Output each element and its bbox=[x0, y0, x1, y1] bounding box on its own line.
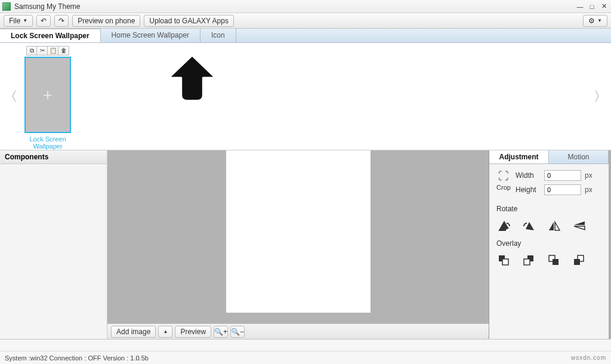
lower-area: Components Add image ▲ Preview 🔍+ 🔍− bbox=[0, 150, 611, 339]
send-back-button[interactable] bbox=[572, 254, 587, 267]
rotate-cw-icon bbox=[497, 220, 511, 232]
height-label: Height bbox=[516, 186, 541, 194]
zoom-in-button[interactable]: 🔍+ bbox=[214, 326, 228, 338]
plus-icon: ＋ bbox=[40, 84, 55, 105]
tab-home-screen[interactable]: Home Screen Wallpaper bbox=[101, 29, 200, 42]
preview-button[interactable]: Preview bbox=[175, 326, 211, 338]
chevron-left-icon: 〈 bbox=[4, 89, 17, 104]
bring-forward-button[interactable] bbox=[521, 254, 537, 267]
chevron-down-icon: ▼ bbox=[23, 18, 27, 23]
rotate-ccw-icon bbox=[522, 220, 536, 232]
close-button[interactable]: ✕ bbox=[599, 2, 609, 11]
delete-button[interactable]: 🗑 bbox=[58, 46, 69, 55]
file-menu-button[interactable]: File ▼ bbox=[4, 15, 33, 27]
components-header: Components bbox=[0, 150, 107, 164]
flip-vertical-button[interactable] bbox=[572, 219, 587, 232]
adjustment-tabs: Adjustment Motion bbox=[489, 150, 609, 164]
width-label: Width bbox=[516, 171, 541, 180]
redo-button[interactable]: ↷ bbox=[54, 15, 69, 27]
zoom-in-icon: 🔍+ bbox=[214, 328, 227, 336]
preview-label: Preview bbox=[180, 328, 206, 336]
tab-motion[interactable]: Motion bbox=[549, 150, 609, 164]
window-title: Samsung My Theme bbox=[14, 2, 575, 11]
gallery-prev-button[interactable]: 〈 bbox=[4, 88, 18, 106]
flip-horizontal-button[interactable] bbox=[547, 219, 562, 232]
canvas-panel: Add image ▲ Preview 🔍+ 🔍− bbox=[107, 150, 489, 339]
width-input[interactable] bbox=[544, 170, 581, 181]
width-unit: px bbox=[585, 171, 593, 180]
titlebar: Samsung My Theme — □ ✕ bbox=[0, 0, 611, 13]
add-image-label: Add image bbox=[116, 328, 150, 336]
canvas[interactable] bbox=[226, 150, 371, 313]
adjustment-panel: Adjustment Motion ⛶ Crop Width px Height bbox=[489, 150, 611, 339]
height-input[interactable] bbox=[544, 184, 581, 195]
send-backward-icon bbox=[548, 254, 561, 266]
crop-label: Crop bbox=[496, 184, 511, 191]
main-toolbar: File ▼ ↶ ↷ Preview on phone Upload to GA… bbox=[0, 13, 611, 29]
chevron-down-icon: ▼ bbox=[597, 18, 602, 23]
chevron-right-icon: 〉 bbox=[594, 89, 607, 104]
height-unit: px bbox=[585, 186, 593, 194]
upload-galaxy-label: Upload to GALAXY Apps bbox=[149, 17, 229, 25]
chevron-up-icon: ▲ bbox=[163, 329, 168, 334]
send-back-icon bbox=[573, 254, 586, 266]
app-icon bbox=[2, 2, 11, 11]
flip-h-icon bbox=[547, 220, 561, 232]
arrow-up-icon bbox=[167, 54, 217, 104]
flip-v-icon bbox=[572, 220, 587, 232]
tab-adjustment[interactable]: Adjustment bbox=[489, 150, 549, 164]
overlay-label: Overlay bbox=[496, 239, 601, 248]
rotate-right-button[interactable] bbox=[496, 219, 512, 232]
canvas-toolbar: Add image ▲ Preview 🔍+ 🔍− bbox=[107, 323, 489, 339]
watermark: wsxdn.com bbox=[571, 354, 606, 361]
clipboard-icon: 📋 bbox=[50, 47, 57, 54]
crop-icon: ⛶ bbox=[496, 170, 511, 183]
upload-galaxy-button[interactable]: Upload to GALAXY Apps bbox=[144, 15, 234, 27]
copy-icon: ⧉ bbox=[30, 47, 34, 54]
bring-front-icon bbox=[498, 254, 511, 266]
undo-icon: ↶ bbox=[41, 17, 47, 25]
thumbnail-label: Lock Screen Wallpaper bbox=[18, 135, 78, 150]
components-panel: Components bbox=[0, 150, 107, 339]
canvas-area bbox=[107, 150, 489, 323]
gallery-inner: ⧉ ✂ 📋 🗑 ＋ Lock Screen Wallpaper bbox=[18, 44, 593, 150]
svg-rect-3 bbox=[524, 259, 530, 265]
gallery: 〈 ⧉ ✂ 📋 🗑 ＋ Lock Screen Wallpaper 〉 bbox=[0, 43, 611, 150]
undo-button[interactable]: ↶ bbox=[36, 15, 51, 27]
file-menu-label: File bbox=[9, 17, 20, 25]
bring-forward-icon bbox=[523, 254, 536, 266]
tab-lock-screen[interactable]: Lock Screen Wallpaper bbox=[0, 29, 101, 42]
settings-button[interactable]: ⚙ ▼ bbox=[583, 15, 607, 27]
paste-button[interactable]: 📋 bbox=[48, 46, 58, 55]
add-image-dropdown[interactable]: ▲ bbox=[158, 326, 172, 338]
tab-icon[interactable]: Icon bbox=[200, 29, 236, 42]
rotate-left-button[interactable] bbox=[521, 219, 537, 232]
gear-icon: ⚙ bbox=[588, 17, 595, 25]
preview-phone-button[interactable]: Preview on phone bbox=[72, 15, 140, 27]
wallpaper-thumbnail[interactable]: ＋ bbox=[24, 57, 71, 133]
svg-rect-1 bbox=[502, 259, 508, 265]
copy-button[interactable]: ⧉ bbox=[26, 46, 37, 55]
status-text: System :win32 Connection : OFF Version :… bbox=[5, 354, 149, 362]
bring-front-button[interactable] bbox=[496, 254, 512, 267]
send-backward-button[interactable] bbox=[547, 254, 562, 267]
svg-rect-7 bbox=[574, 259, 580, 265]
rotate-label: Rotate bbox=[496, 205, 601, 213]
gallery-item: ⧉ ✂ 📋 🗑 ＋ Lock Screen Wallpaper bbox=[18, 46, 78, 150]
statusbar: System :win32 Connection : OFF Version :… bbox=[0, 339, 611, 364]
add-image-button[interactable]: Add image bbox=[111, 326, 156, 338]
gallery-next-button[interactable]: 〉 bbox=[593, 88, 607, 106]
zoom-out-button[interactable]: 🔍− bbox=[230, 326, 245, 338]
svg-rect-5 bbox=[553, 259, 558, 265]
maximize-button[interactable]: □ bbox=[587, 2, 597, 11]
preview-phone-label: Preview on phone bbox=[78, 17, 135, 25]
redo-icon: ↷ bbox=[58, 17, 64, 25]
zoom-out-icon: 🔍− bbox=[231, 328, 244, 336]
trash-icon: 🗑 bbox=[61, 47, 67, 54]
category-tabs: Lock Screen Wallpaper Home Screen Wallpa… bbox=[0, 29, 611, 43]
minimize-button[interactable]: — bbox=[575, 2, 585, 11]
cut-button[interactable]: ✂ bbox=[37, 46, 48, 55]
scissors-icon: ✂ bbox=[40, 47, 45, 54]
